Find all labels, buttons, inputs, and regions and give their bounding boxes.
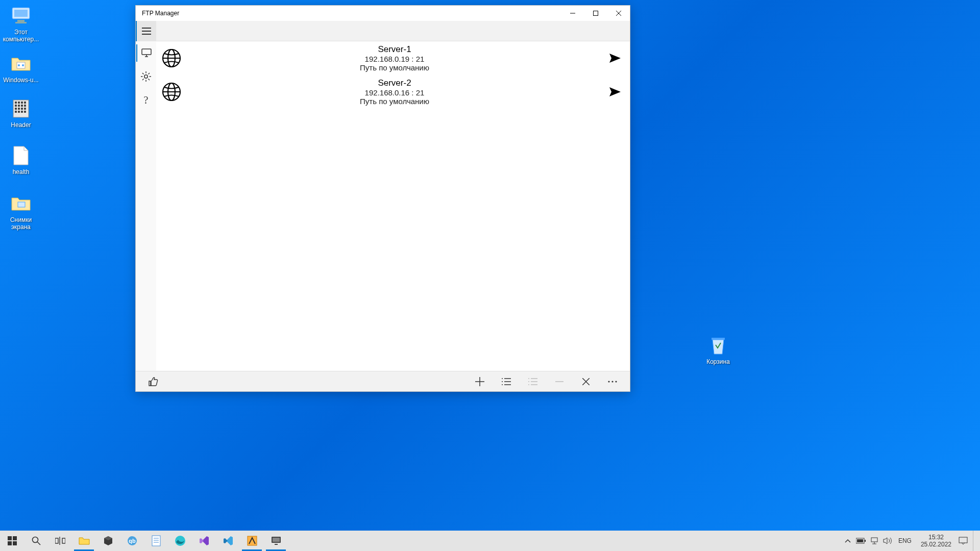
svg-rect-25 bbox=[712, 338, 725, 340]
svg-line-44 bbox=[149, 73, 150, 74]
taskbar-taskview[interactable] bbox=[48, 531, 72, 551]
taskbar-app-visualstudio[interactable] bbox=[192, 531, 216, 551]
minimize-button[interactable] bbox=[561, 6, 584, 21]
svg-rect-78 bbox=[62, 538, 65, 543]
desktop-icon-health[interactable]: health bbox=[1, 145, 41, 176]
titlebar[interactable]: FTP Manager bbox=[136, 6, 630, 21]
remove-button[interactable] bbox=[573, 371, 599, 392]
monitor-icon bbox=[271, 536, 281, 545]
tray-network[interactable] bbox=[869, 531, 880, 551]
volume-icon bbox=[883, 537, 892, 544]
tray-action-center[interactable] bbox=[958, 531, 969, 551]
taskbar-app-qbittorrent[interactable]: qb bbox=[120, 531, 144, 551]
svg-rect-71 bbox=[8, 536, 12, 540]
vs-icon bbox=[199, 535, 210, 546]
tray-time: 15:32 bbox=[921, 534, 951, 541]
desktop-icon-label: Windows-u... bbox=[1, 77, 41, 84]
svg-rect-89 bbox=[273, 538, 280, 542]
svg-rect-18 bbox=[21, 108, 23, 110]
svg-rect-9 bbox=[18, 102, 20, 104]
server-list: Server-1 192.168.0.19 : 21 Путь по умолч… bbox=[156, 41, 630, 371]
server-path: Путь по умолчанию bbox=[182, 97, 607, 106]
taskbar-app-ftpmanager[interactable] bbox=[264, 531, 288, 551]
tray-battery[interactable] bbox=[855, 531, 867, 551]
list-disabled-button bbox=[520, 371, 546, 392]
bottom-command-bar bbox=[136, 371, 630, 391]
more-icon bbox=[608, 381, 617, 383]
server-list-item[interactable]: Server-2 192.168.0.16 : 21 Путь по умолч… bbox=[156, 75, 630, 109]
document-icon bbox=[151, 535, 161, 546]
network-icon bbox=[870, 537, 879, 544]
desktop-icon-this-pc[interactable]: Этот компьютер... bbox=[1, 5, 41, 43]
globe-icon bbox=[161, 82, 182, 102]
taskbar-app-generic-2[interactable] bbox=[240, 531, 264, 551]
like-button[interactable] bbox=[140, 371, 166, 392]
battery-icon bbox=[856, 538, 866, 544]
maximize-button[interactable] bbox=[584, 6, 607, 21]
file-icon bbox=[10, 145, 32, 166]
minus-icon bbox=[555, 378, 564, 386]
app-window: FTP Manager ? bbox=[135, 5, 630, 392]
plus-icon bbox=[475, 377, 484, 386]
desktop-icon-header[interactable]: Header bbox=[1, 98, 41, 129]
hamburger-button[interactable] bbox=[136, 21, 156, 41]
svg-rect-16 bbox=[15, 108, 17, 110]
taskview-icon bbox=[55, 537, 65, 545]
svg-rect-11 bbox=[24, 102, 26, 104]
desktop-icon-screenshots[interactable]: Снимки экрана bbox=[1, 193, 41, 231]
desktop-icon-label: Снимки экрана bbox=[1, 216, 41, 231]
svg-point-36 bbox=[144, 75, 148, 78]
list-icon bbox=[502, 378, 511, 385]
svg-line-43 bbox=[142, 79, 144, 81]
svg-point-70 bbox=[615, 381, 617, 382]
taskbar-search[interactable] bbox=[24, 531, 48, 551]
svg-rect-22 bbox=[21, 111, 23, 113]
rail-help-button[interactable]: ? bbox=[136, 91, 156, 109]
taskbar-app-generic-1[interactable] bbox=[96, 531, 120, 551]
window-title: FTP Manager bbox=[136, 10, 179, 17]
list-button[interactable] bbox=[493, 371, 520, 392]
svg-rect-33 bbox=[142, 49, 151, 55]
add-button[interactable] bbox=[467, 371, 493, 392]
taskbar-app-word[interactable] bbox=[144, 531, 168, 551]
notification-icon bbox=[959, 537, 968, 545]
taskbar-app-vscode[interactable] bbox=[216, 531, 240, 551]
rail-servers-button[interactable] bbox=[136, 44, 156, 62]
windows-icon bbox=[8, 536, 17, 545]
send-icon bbox=[609, 87, 621, 96]
more-button[interactable] bbox=[599, 371, 626, 392]
tray-date: 25.02.2022 bbox=[921, 541, 951, 548]
gear-icon bbox=[141, 71, 151, 82]
connect-button[interactable] bbox=[607, 87, 623, 96]
svg-rect-10 bbox=[21, 102, 23, 104]
vscode-icon bbox=[223, 535, 234, 546]
tray-clock[interactable]: 15:32 25.02.2022 bbox=[917, 534, 955, 548]
app-icon bbox=[247, 536, 257, 546]
qb-icon: qb bbox=[127, 536, 137, 546]
svg-rect-14 bbox=[21, 105, 23, 107]
taskbar-app-edge[interactable] bbox=[168, 531, 192, 551]
taskbar-app-explorer[interactable] bbox=[72, 531, 96, 551]
start-button[interactable] bbox=[0, 531, 24, 551]
svg-rect-74 bbox=[13, 541, 17, 545]
folder-icon bbox=[10, 193, 32, 214]
desktop-icon-recycle-bin[interactable]: Корзина bbox=[698, 335, 738, 365]
tray-language[interactable]: ENG bbox=[895, 537, 915, 544]
taskbar: qb ENG bbox=[0, 531, 980, 551]
server-list-item[interactable]: Server-1 192.168.0.19 : 21 Путь по умолч… bbox=[156, 41, 630, 75]
connect-button[interactable] bbox=[607, 54, 623, 63]
desktop-icon-windows-u[interactable]: Windows-u... bbox=[1, 53, 41, 84]
rail-settings-button[interactable] bbox=[136, 68, 156, 85]
close-button[interactable] bbox=[607, 6, 630, 21]
show-desktop-button[interactable] bbox=[973, 531, 977, 551]
folder-icon bbox=[79, 536, 90, 545]
svg-point-75 bbox=[32, 537, 38, 543]
desktop-icon-label: health bbox=[1, 168, 41, 176]
tray-chevron-up[interactable] bbox=[842, 531, 853, 551]
tray-volume[interactable] bbox=[882, 531, 893, 551]
svg-rect-12 bbox=[15, 105, 17, 107]
svg-point-69 bbox=[611, 381, 613, 382]
svg-rect-21 bbox=[18, 111, 20, 113]
svg-rect-8 bbox=[15, 102, 17, 104]
file-icon bbox=[10, 98, 32, 119]
